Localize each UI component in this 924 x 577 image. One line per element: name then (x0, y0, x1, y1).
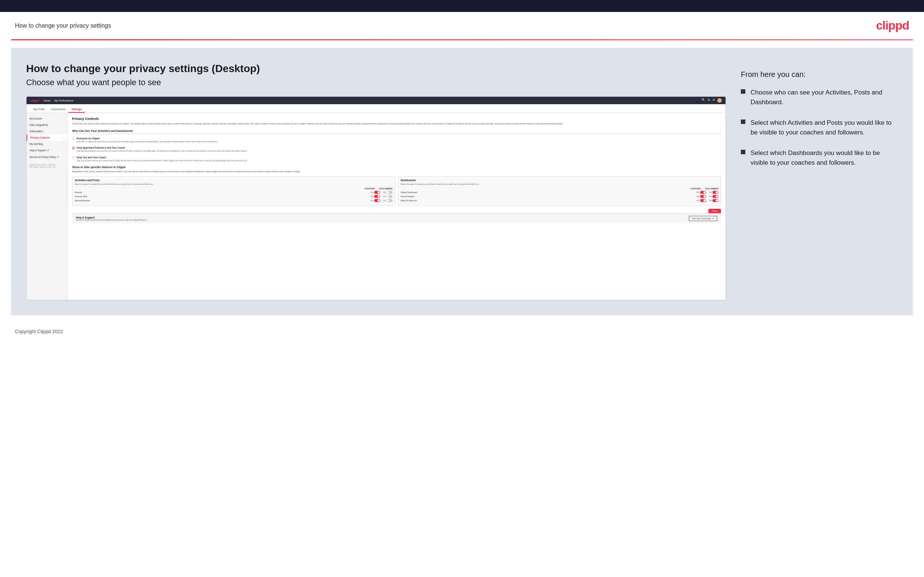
work-coach-toggle[interactable]: ON (696, 199, 706, 202)
activities-col-desc: Select the types of activity that you'd … (75, 183, 393, 185)
screenshot-logo: clippd (30, 99, 39, 102)
chevron-icon: › (63, 137, 64, 139)
header-divider (11, 39, 913, 40)
chevron-icon: › (63, 131, 64, 132)
browser-nav: clippd Home My Performance 🔍 ⊞ ⚙ (27, 97, 725, 104)
sidebar: My Account › Data Integrations › Subscri… (27, 113, 68, 300)
nav-home: Home (44, 99, 51, 102)
tab-settings[interactable]: Settings (68, 106, 85, 113)
activities-posts-col: Activities and Posts Select the types of… (72, 176, 395, 206)
radio-dot-everyone (72, 137, 75, 140)
rounds-row: Rounds ON ON (75, 191, 393, 194)
nav-icons: 🔍 ⊞ ⚙ (702, 98, 722, 103)
sidebar-item-help[interactable]: Help & Support ↗ (27, 147, 67, 154)
avatar (717, 98, 722, 103)
bullet-text-2: Select which Activities and Posts you wo… (751, 118, 898, 137)
help-support-bar: Help & Support Visit the Clippd communit… (72, 213, 721, 223)
privacy-controls-title: Privacy Controls (72, 117, 721, 121)
who-can-see-title: Who Can See Your Activities and Dashboar… (72, 129, 721, 134)
bullet-item-3: Select which Dashboards you would like t… (741, 148, 898, 167)
bullet-item-1: Choose who can see your Activities, Post… (741, 88, 898, 107)
bullet-square-3 (741, 150, 745, 154)
drills-coach-toggle[interactable]: ON (370, 195, 380, 198)
sidebar-item-data-integrations[interactable]: Data Integrations › (27, 122, 67, 128)
dashboards-col-title: Dashboards (401, 179, 719, 182)
right-panel: From here you can: Choose who can see yo… (741, 63, 898, 300)
practice-drills-row: Practice Drills ON ON (75, 195, 393, 198)
header: How to change your privacy settings clip… (0, 12, 924, 39)
rounds-coach-toggle[interactable]: ON (370, 191, 380, 194)
radio-desc-followers: Only approved followers and coaches you … (77, 150, 247, 152)
browser-screenshot: clippd Home My Performance 🔍 ⊞ ⚙ My Prof… (26, 96, 726, 300)
save-button[interactable]: Save (708, 209, 721, 213)
main-heading: How to change your privacy settings (Des… (26, 63, 726, 75)
chevron-icon: › (63, 118, 64, 120)
activities-headers: COACHES FOLLOWERS (75, 187, 393, 190)
main-content: How to change your privacy settings (Des… (11, 48, 913, 315)
left-panel: How to change your privacy settings (Des… (26, 63, 726, 300)
bullet-item-2: Select which Activities and Posts you wo… (741, 118, 898, 137)
header-title: How to change your privacy settings (15, 23, 111, 29)
manual-activities-row: Manual Activities ON ON (75, 199, 393, 202)
radio-label-followers: Only Approved Followers and Your Coach (77, 147, 247, 149)
settings-tabs: My Profile Connections Settings (27, 104, 725, 113)
help-support-title: Help & Support (76, 216, 147, 219)
radio-desc-everyone: Everyone on Clippd can search for you an… (77, 140, 218, 143)
sidebar-item-privacy-controls[interactable]: Privacy Controls › (27, 134, 67, 141)
logo: clippd (876, 19, 909, 32)
settings-main: Privacy Controls Control how you and you… (68, 113, 725, 300)
privacy-controls-desc: Control how you and your data appears to… (72, 122, 721, 126)
dashboards-col-desc: Select the types of activity that you'd … (401, 183, 719, 185)
nav-links: Home My Performance (44, 99, 74, 102)
from-here-text: From here you can: (741, 70, 898, 79)
bullet-square-1 (741, 89, 745, 94)
feature-columns: Activities and Posts Select the types of… (72, 176, 721, 206)
radio-dot-only-you (72, 156, 75, 159)
radio-label-everyone: Everyone on Clippd (77, 137, 218, 140)
radio-label-only-you: Only You and Your Coach (77, 156, 248, 159)
sidebar-item-golf-bag[interactable]: My Golf Bag › (27, 141, 67, 147)
manual-coach-toggle[interactable]: ON (370, 199, 380, 202)
sub-heading: Choose what you want people to see (26, 78, 726, 87)
sidebar-version: Clippd Client Version: 2022.8.2SQL Serve… (27, 161, 67, 171)
round-insights-row: Round Insights ON ON (401, 195, 719, 198)
sidebar-item-subscription[interactable]: Subscription › (27, 128, 67, 134)
insights-follower-toggle[interactable]: ON (709, 195, 719, 198)
copyright-text: Copyright Clippd 2022 (15, 329, 63, 334)
show-hide-title: Show or hide specific features in Clippd (72, 166, 721, 169)
help-support-desc: Visit the Clippd community to troublesho… (76, 219, 147, 221)
chevron-icon: › (63, 124, 64, 126)
bullet-square-2 (741, 119, 745, 124)
activities-col-title: Activities and Posts (75, 179, 393, 182)
tab-my-profile[interactable]: My Profile (30, 106, 48, 113)
browser-body: My Account › Data Integrations › Subscri… (27, 113, 725, 300)
search-icon: 🔍 (702, 98, 705, 103)
player-dashboard-row: Player Dashboard ON ON (401, 191, 719, 194)
nav-my-performance: My Performance (54, 99, 73, 102)
manual-follower-toggle[interactable]: ON (383, 199, 393, 202)
dashboards-headers: COACHES FOLLOWERS (401, 187, 719, 190)
dashboards-col: Dashboards Select the types of activity … (398, 176, 721, 206)
tab-connections[interactable]: Connections (48, 106, 68, 113)
bullet-text-1: Choose who can see your Activities, Post… (751, 88, 898, 107)
bullet-text-3: Select which Dashboards you would like t… (751, 148, 898, 167)
external-link-icon: ↗ (712, 218, 714, 219)
what-to-work-on-row: What To Work On ON ON (401, 199, 719, 202)
sidebar-item-account[interactable]: My Account › (27, 115, 67, 122)
settings-icon: ⚙ (712, 98, 715, 103)
rounds-follower-toggle[interactable]: ON (383, 191, 393, 194)
sidebar-item-privacy-policy[interactable]: Service & Privacy Policy ↗ (27, 154, 67, 161)
radio-option-followers[interactable]: Only Approved Followers and Your Coach O… (72, 147, 721, 152)
player-follower-toggle[interactable]: ON (709, 191, 719, 194)
work-follower-toggle[interactable]: ON (709, 199, 719, 202)
radio-dot-followers (72, 147, 75, 149)
drills-follower-toggle[interactable]: ON (383, 195, 393, 198)
grid-icon: ⊞ (708, 98, 710, 103)
player-coach-toggle[interactable]: ON (696, 191, 706, 194)
visit-community-button[interactable]: Visit Our Community ↗ (689, 216, 717, 221)
radio-option-only-you[interactable]: Only You and Your Coach Only you and the… (72, 156, 721, 162)
top-bar (0, 0, 924, 12)
show-hide-desc: Regardless of the privacy controls that … (72, 170, 721, 173)
insights-coach-toggle[interactable]: ON (696, 195, 706, 198)
radio-option-everyone[interactable]: Everyone on Clippd Everyone on Clippd ca… (72, 137, 721, 143)
